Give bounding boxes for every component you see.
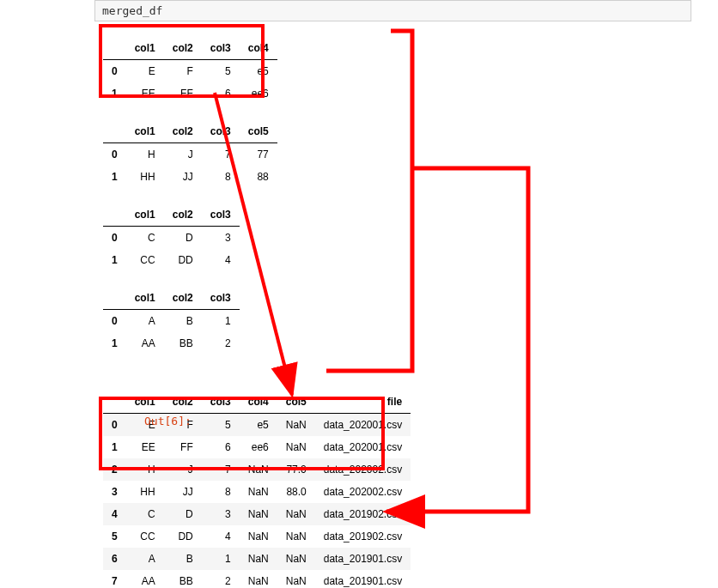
cell: D: [164, 227, 202, 250]
cell: CC: [126, 249, 164, 271]
code-cell[interactable]: merged_df: [94, 0, 691, 21]
cell: data_201902.csv: [315, 503, 411, 525]
th: col4: [240, 37, 277, 60]
table-row: 5CCDD4NaNNaNdata_201902.csv: [103, 525, 411, 548]
cell: 77: [240, 143, 277, 167]
cell: JJ: [164, 481, 202, 503]
table-row: 0CD3: [103, 227, 240, 250]
row-index: 0: [103, 414, 126, 437]
cell: J: [164, 143, 202, 167]
cell: H: [126, 143, 164, 167]
cell: EE: [126, 436, 164, 458]
row-index: 0: [103, 227, 126, 250]
cell: 4: [202, 249, 240, 271]
code-text: merged_df: [102, 4, 162, 17]
cell: 7: [202, 458, 240, 481]
th: col5: [240, 120, 277, 143]
cell: 8: [202, 166, 240, 188]
cell: JJ: [164, 166, 202, 188]
cell: 5: [202, 60, 240, 83]
cell: DD: [164, 249, 202, 271]
cell: data_202001.csv: [315, 436, 411, 458]
cell: HH: [126, 481, 164, 503]
cell: 3: [202, 503, 240, 525]
th: col3: [202, 287, 240, 310]
cell: A: [126, 310, 164, 333]
table-row: 0HJ777: [103, 143, 277, 167]
table-row: 4CD3NaNNaNdata_201902.csv: [103, 503, 411, 525]
th: col3: [202, 120, 240, 143]
cell: AA: [126, 570, 164, 588]
cell: NaN: [277, 548, 315, 570]
table-row: 2HJ7NaN77.0data_202002.csv: [103, 458, 411, 481]
table-row: 7AABB2NaNNaNdata_201901.csv: [103, 570, 411, 588]
th: col5: [277, 391, 315, 414]
cell: B: [164, 310, 202, 333]
cell: NaN: [240, 525, 277, 548]
cell: B: [164, 548, 202, 570]
cell: FF: [164, 82, 202, 105]
th: col1: [126, 203, 164, 227]
cell: 4: [202, 525, 240, 548]
row-index: 2: [103, 458, 126, 481]
cell: 2: [202, 570, 240, 588]
th: col1: [126, 287, 164, 310]
th: col2: [164, 37, 202, 60]
th: col4: [240, 391, 277, 414]
out-prompt: Out[6]:: [144, 415, 192, 427]
cell: FF: [164, 436, 202, 458]
cell: DD: [164, 525, 202, 548]
cell: A: [126, 548, 164, 570]
table-row: 6AB1NaNNaNdata_201901.csv: [103, 548, 411, 570]
th: col2: [164, 203, 202, 227]
row-index: 0: [103, 143, 126, 167]
cell: HH: [126, 166, 164, 188]
row-index: 6: [103, 548, 126, 570]
cell: NaN: [240, 481, 277, 503]
row-index: 4: [103, 503, 126, 525]
th: col3: [202, 37, 240, 60]
table-row: 3HHJJ8NaN88.0data_202002.csv: [103, 481, 411, 503]
cell: CC: [126, 525, 164, 548]
cell: J: [164, 458, 202, 481]
cell: 6: [202, 436, 240, 458]
cell: ee6: [240, 82, 277, 105]
cell: E: [126, 60, 164, 83]
row-index: 0: [103, 310, 126, 333]
th: col2: [164, 287, 202, 310]
cell: NaN: [277, 436, 315, 458]
dataframe-table-4: col1 col2 col3 0AB11AABB2: [103, 287, 240, 355]
cell: H: [126, 458, 164, 481]
cell: e5: [240, 414, 277, 437]
cell: 88.0: [277, 481, 315, 503]
cell: NaN: [240, 503, 277, 525]
th: col3: [202, 391, 240, 414]
table-row: 1EEFF6ee6: [103, 82, 277, 105]
cell: data_201901.csv: [315, 548, 411, 570]
th: col3: [202, 203, 240, 227]
row-index: 0: [103, 60, 126, 83]
cell: 88: [240, 166, 277, 188]
cell: NaN: [240, 458, 277, 481]
table-row: 0AB1: [103, 310, 240, 333]
cell: e5: [240, 60, 277, 83]
cell: NaN: [277, 525, 315, 548]
dataframe-table-2: col1 col2 col3 col5 0HJ7771HHJJ888: [103, 120, 277, 188]
cell: BB: [164, 332, 202, 355]
cell: 1: [202, 310, 240, 333]
row-index: 5: [103, 525, 126, 548]
row-index: 7: [103, 570, 126, 588]
cell: ee6: [240, 436, 277, 458]
th: col2: [164, 391, 202, 414]
cell: D: [164, 503, 202, 525]
cell: 77.0: [277, 458, 315, 481]
cell: 6: [202, 82, 240, 105]
cell: C: [126, 227, 164, 250]
table-row: 0EF5e5: [103, 60, 277, 83]
cell: 8: [202, 481, 240, 503]
cell: NaN: [277, 414, 315, 437]
cell: EE: [126, 82, 164, 105]
table-row: 1EEFF6ee6NaNdata_202001.csv: [103, 436, 411, 458]
cell: NaN: [277, 570, 315, 588]
th: col1: [126, 120, 164, 143]
